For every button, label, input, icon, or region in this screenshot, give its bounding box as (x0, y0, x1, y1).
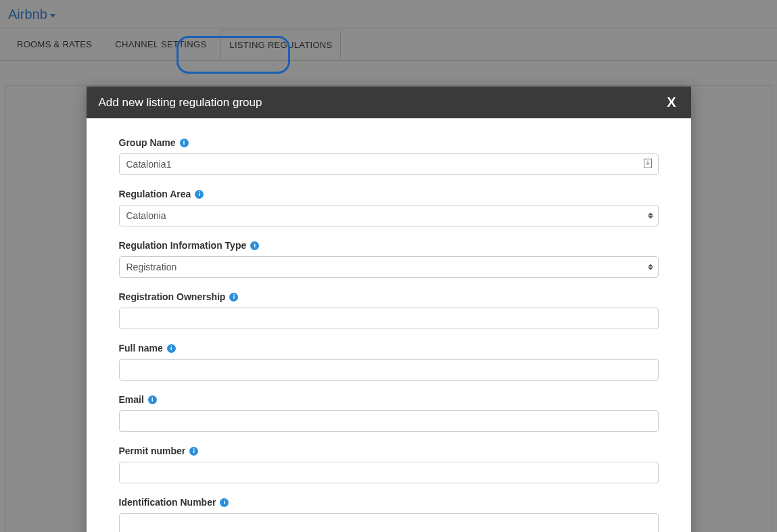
info-icon[interactable]: i (189, 447, 198, 456)
regulation-area-select[interactable]: Catalonia (119, 205, 659, 226)
add-regulation-modal: Add new listing regulation group X Group… (87, 87, 691, 532)
label-text: Registration Ownership (119, 291, 226, 302)
form-group-group-name: Group Name i (119, 137, 659, 175)
regulation-info-type-select[interactable]: Registration (119, 256, 659, 278)
label-regulation-area: Regulation Area i (119, 189, 659, 199)
form-group-regulation-info-type: Regulation Information Type i Registrati… (119, 240, 659, 278)
group-name-input[interactable] (119, 153, 659, 175)
label-identification-number: Identification Number i (119, 497, 659, 508)
label-group-name: Group Name i (119, 137, 659, 148)
label-text: Permit number (119, 445, 186, 456)
info-icon[interactable]: i (167, 344, 176, 353)
identification-number-input[interactable] (119, 513, 659, 532)
permit-number-input[interactable] (119, 462, 659, 483)
email-input[interactable] (119, 410, 659, 432)
info-icon[interactable]: i (148, 395, 157, 404)
label-text: Regulation Information Type (119, 240, 247, 251)
modal-body: Group Name i Regulation Area i Catalonia (87, 118, 691, 532)
info-icon[interactable]: i (229, 293, 238, 301)
label-permit-number: Permit number i (119, 445, 659, 456)
info-icon[interactable]: i (195, 190, 204, 199)
label-text: Identification Number (119, 497, 216, 508)
label-text: Group Name (119, 137, 176, 148)
label-full-name: Full name i (119, 343, 659, 354)
label-regulation-info-type: Regulation Information Type i (119, 240, 659, 251)
label-text: Regulation Area (119, 189, 191, 199)
form-group-email: Email i (119, 394, 659, 432)
form-group-full-name: Full name i (119, 343, 659, 381)
label-registration-ownership: Registration Ownership i (119, 291, 659, 302)
registration-ownership-input[interactable] (119, 308, 659, 329)
form-group-permit-number: Permit number i (119, 445, 659, 483)
label-text: Full name (119, 343, 163, 354)
modal-header: Add new listing regulation group X (87, 87, 691, 118)
info-icon[interactable]: i (250, 241, 259, 250)
form-group-registration-ownership: Registration Ownership i (119, 291, 659, 329)
close-icon[interactable]: X (664, 95, 678, 110)
label-text: Email (119, 394, 144, 405)
modal-title: Add new listing regulation group (99, 96, 262, 110)
info-icon[interactable]: i (220, 498, 229, 507)
full-name-input[interactable] (119, 359, 659, 381)
form-group-regulation-area: Regulation Area i Catalonia (119, 189, 659, 226)
info-icon[interactable]: i (180, 139, 189, 147)
form-group-identification-number: Identification Number i (119, 497, 659, 532)
label-email: Email i (119, 394, 659, 405)
